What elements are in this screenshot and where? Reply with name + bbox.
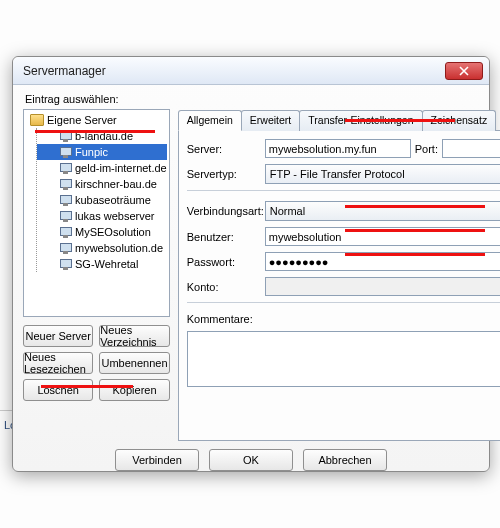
tree-item-label: geld-im-internet.de [75,162,167,174]
tab-bar: Allgemein Erweitert Transfer-Einstellung… [178,109,500,131]
password-label: Passwort: [187,256,261,268]
tree-item-label: kirschner-bau.de [75,178,157,190]
servertype-select[interactable]: FTP - File Transfer Protocol [265,164,500,184]
server-icon [59,258,72,271]
tab-panel-general: Server: Port: Servertyp: FTP - File Tran… [178,131,500,441]
tree-item-label: lukas webserver [75,210,154,222]
btn-label: Abbrechen [318,454,371,466]
comments-textarea[interactable] [187,331,500,387]
server-icon [59,194,72,207]
btn-label: Kopieren [113,384,157,396]
new-directory-button[interactable]: Neues Verzeichnis [99,325,169,347]
tree-item-label: mywebsolution.de [75,242,163,254]
rename-button[interactable]: Umbenennen [99,352,169,374]
tree-item[interactable]: kubaseoträume [37,192,167,208]
conntype-label: Verbindungsart: [187,205,261,217]
port-input[interactable] [442,139,500,158]
port-label: Port: [415,143,438,155]
divider [187,302,500,303]
btn-label: Verbinden [132,454,182,466]
btn-label: Löschen [37,384,79,396]
delete-button[interactable]: Löschen [23,379,93,401]
server-manager-dialog: Servermanager Eintrag auswählen: Eigene … [12,56,490,472]
btn-label: Neues Lesezeichen [24,351,92,375]
conntype-select[interactable]: Normal [265,201,500,221]
tree-item-label: Funpic [75,146,108,158]
tab-advanced[interactable]: Erweitert [241,110,300,131]
servertype-label: Servertyp: [187,168,261,180]
server-label: Server: [187,143,261,155]
btn-label: OK [243,454,259,466]
tab-general[interactable]: Allgemein [178,110,242,131]
tree-item-label: b-landau.de [75,130,133,142]
new-server-button[interactable]: Neuer Server [23,325,93,347]
btn-label: Umbenennen [102,357,168,369]
select-entry-label: Eintrag auswählen: [25,93,479,105]
new-bookmark-button[interactable]: Neues Lesezeichen [23,352,93,374]
comments-label: Kommentare: [187,313,261,325]
tree-root[interactable]: Eigene Server [26,112,167,128]
cancel-button[interactable]: Abbrechen [303,449,387,471]
account-label: Konto: [187,281,261,293]
tab-charset[interactable]: Zeichensatz [422,110,497,131]
tree-item[interactable]: mywebsolution.de [37,240,167,256]
server-icon [59,242,72,255]
titlebar[interactable]: Servermanager [13,57,489,85]
server-icon [59,146,72,159]
tree-item-label: kubaseoträume [75,194,151,206]
account-input[interactable] [265,277,500,296]
server-icon [59,226,72,239]
folder-icon [30,114,44,126]
server-tree[interactable]: Eigene Server b-landau.de Funpic geld-im… [23,109,170,317]
tree-item[interactable]: lukas webserver [37,208,167,224]
tree-item-label: SG-Wehretal [75,258,138,270]
tree-item[interactable]: SG-Wehretal [37,256,167,272]
server-icon [59,130,72,143]
server-icon [59,162,72,175]
connect-button[interactable]: Verbinden [115,449,199,471]
conntype-value: Normal [270,205,305,217]
server-icon [59,178,72,191]
tree-item-label: MySEOsolution [75,226,151,238]
user-label: Benutzer: [187,231,261,243]
close-icon [459,66,469,76]
close-button[interactable] [445,62,483,80]
password-input[interactable] [265,252,500,271]
ok-button[interactable]: OK [209,449,293,471]
tree-item[interactable]: kirschner-bau.de [37,176,167,192]
tree-item-selected[interactable]: Funpic [37,144,167,160]
server-icon [59,210,72,223]
tree-item[interactable]: MySEOsolution [37,224,167,240]
tab-transfer[interactable]: Transfer-Einstellungen [299,110,422,131]
btn-label: Neues Verzeichnis [100,324,168,348]
server-input[interactable] [265,139,411,158]
tree-root-label: Eigene Server [47,114,117,126]
divider [187,190,500,191]
window-title: Servermanager [23,64,445,78]
tree-item[interactable]: b-landau.de [37,128,167,144]
user-input[interactable] [265,227,500,246]
servertype-value: FTP - File Transfer Protocol [270,168,405,180]
btn-label: Neuer Server [25,330,90,342]
tree-item[interactable]: geld-im-internet.de [37,160,167,176]
copy-button[interactable]: Kopieren [99,379,169,401]
